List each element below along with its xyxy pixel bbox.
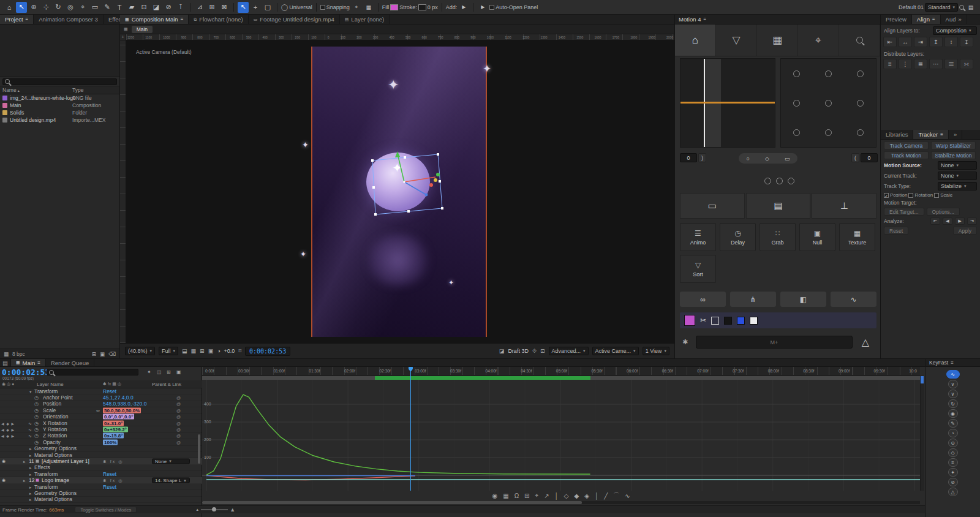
tab-preview[interactable]: Preview	[881, 15, 912, 24]
grid-tab-icon[interactable]: ▦	[757, 25, 798, 56]
project-search-input[interactable]	[2, 78, 117, 85]
anchor-point-dot[interactable]	[793, 100, 800, 107]
stopwatch-icon[interactable]	[34, 420, 39, 426]
local-axis-mode-icon[interactable]: ⊿	[194, 2, 205, 13]
property-value[interactable]: 0x-31.0°	[103, 420, 124, 426]
open-paren-button[interactable]: (	[851, 153, 859, 162]
twirl-icon[interactable]	[29, 388, 32, 394]
transparency-grid-icon[interactable]: ▦	[191, 348, 197, 354]
property-row[interactable]: Position548.0,938.0,-320.0	[0, 401, 202, 407]
layers-segment-icon[interactable]: ▤	[746, 193, 811, 219]
graph-editor[interactable]	[202, 380, 920, 491]
layer-color-chip[interactable]	[36, 459, 39, 463]
magnification-dropdown[interactable]: (40.8%)	[125, 347, 155, 355]
graph-tool-button[interactable]: Ω	[514, 492, 519, 499]
twirl-icon[interactable]	[29, 464, 32, 470]
pickwhip-icon[interactable]	[176, 432, 181, 439]
distribute-button[interactable]: ⋮	[899, 59, 912, 69]
keyfast-button[interactable]: ◇	[948, 448, 958, 457]
graph-toggle-icon[interactable]	[28, 420, 32, 426]
twirl-icon[interactable]	[23, 477, 26, 483]
orange-value-line[interactable]	[680, 102, 775, 104]
green-handle[interactable]	[436, 173, 440, 176]
property-value[interactable]: 100%	[103, 439, 118, 445]
eye-icon[interactable]: ◉	[2, 459, 6, 464]
home-tab-icon[interactable]: ⌂	[675, 25, 716, 56]
analyze-forward-button[interactable]: ▶	[955, 217, 965, 225]
scale-checkbox[interactable]	[934, 193, 939, 198]
distribute-button[interactable]: ⋯	[929, 59, 943, 69]
pickwhip-icon[interactable]	[176, 439, 181, 445]
property-value[interactable]: 50.0,50.0,50.0%	[103, 407, 141, 413]
graph-tool-button[interactable]: ◉	[492, 492, 497, 499]
property-value[interactable]: 548.0,938.0,-320.0	[103, 401, 146, 407]
align-button[interactable]: ⇤	[883, 37, 897, 47]
eraser-tool-icon[interactable]: ◪	[151, 2, 162, 13]
anchor-point-dot[interactable]	[825, 100, 832, 107]
add-vertex-icon[interactable]: +	[250, 2, 261, 13]
animo-button[interactable]: ☰Animo	[680, 223, 716, 251]
frame-blending-icon[interactable]: ◫	[157, 369, 162, 375]
ring-icon[interactable]	[776, 178, 783, 184]
type-tool-icon[interactable]: T	[114, 2, 125, 13]
zoom-out-mountain-icon[interactable]: ▲	[195, 508, 199, 511]
ease-shape-button[interactable]: ◇	[765, 156, 769, 162]
stopwatch-icon[interactable]	[34, 413, 39, 420]
renderer-dropdown[interactable]: Advanced...	[549, 347, 589, 355]
twirl-icon[interactable]	[29, 496, 32, 502]
graph-tool-button[interactable]: ∿	[625, 492, 630, 499]
edit-target-button[interactable]: Edit Target...	[884, 208, 924, 216]
graph-tool-button[interactable]: ⊞	[524, 492, 529, 499]
view-axis-mode-icon[interactable]: ⊠	[219, 2, 230, 13]
keyfast-button[interactable]: ↻	[948, 399, 958, 408]
stroke-swatch[interactable]	[418, 4, 426, 10]
anchor-segment-icon[interactable]: ⊥	[812, 193, 876, 219]
sort-button[interactable]: ▽Sort	[680, 255, 716, 283]
align-button[interactable]: ⇥	[914, 37, 927, 47]
zoom-tool-icon[interactable]: ⊕	[28, 2, 39, 13]
current-track-dropdown[interactable]: None	[938, 172, 977, 180]
twirl-icon[interactable]	[29, 490, 32, 496]
property-row[interactable]: Opacity100%	[0, 439, 202, 445]
track-camera-button[interactable]: Track Camera	[884, 142, 929, 149]
property-value[interactable]: 0.0°,0.0°,0.0°	[103, 414, 134, 420]
property-row[interactable]: Z Rotation0x-15.8°	[0, 433, 202, 439]
pickwhip-icon[interactable]	[176, 420, 181, 426]
dimension-link-icon[interactable]: ∞	[96, 407, 100, 413]
graph-tool-button[interactable]: ▦	[503, 492, 508, 499]
tracker-overflow[interactable]: »	[949, 130, 962, 139]
empty-swatch[interactable]	[711, 317, 719, 325]
analyze-backward-button[interactable]: ◀	[943, 217, 952, 225]
eye-icon[interactable]: ◉	[2, 478, 6, 483]
view-layout-dropdown[interactable]: 1 View	[643, 347, 669, 355]
stopwatch-icon[interactable]	[34, 426, 39, 432]
scroll-thumb[interactable]	[202, 501, 582, 504]
rotation-checkbox[interactable]	[908, 193, 913, 198]
universal-dropdown[interactable]: Universal	[289, 4, 312, 10]
workspace-search-icon[interactable]	[959, 5, 964, 10]
x-axis-arrow[interactable]	[404, 177, 435, 182]
auto-open-panel-checkbox[interactable]	[489, 5, 494, 10]
column-layer-name[interactable]: Layer Name	[37, 382, 64, 387]
menu-icon[interactable]: ≡	[932, 17, 935, 22]
stroke-width-value[interactable]: 0 px	[428, 4, 438, 10]
group-row[interactable]: Material Options	[0, 452, 202, 458]
anchor-point-dot[interactable]	[825, 70, 832, 77]
draft3d-toggle[interactable]: Draft 3D	[508, 348, 529, 354]
keyfast-button[interactable]: ≡	[948, 458, 958, 467]
pan-behind-tool-icon[interactable]: ⌖	[77, 2, 88, 13]
keyfast-button[interactable]: ∿	[946, 370, 960, 379]
reset-link[interactable]: Reset	[103, 484, 116, 490]
menu-icon[interactable]: ≡	[703, 17, 706, 22]
workspace-standard-dropdown[interactable]: Standard	[925, 3, 958, 12]
ring-icon[interactable]	[788, 178, 794, 184]
property-value[interactable]: 0x-15.8°	[103, 433, 124, 439]
graph-tool-button[interactable]: ⌒	[613, 491, 619, 500]
keyfast-button[interactable]: ∨	[948, 380, 958, 388]
graph-time-ruler[interactable]: 0:00f00:30f01:00f01:30f02:00f02:30f03:00…	[202, 367, 920, 375]
graph-vertical-scrollbar[interactable]	[920, 375, 924, 491]
twirl-icon[interactable]	[29, 452, 32, 458]
align-button[interactable]: ↥	[929, 37, 943, 47]
red-handle[interactable]	[429, 183, 433, 187]
anchor-point-dot[interactable]	[793, 70, 800, 77]
